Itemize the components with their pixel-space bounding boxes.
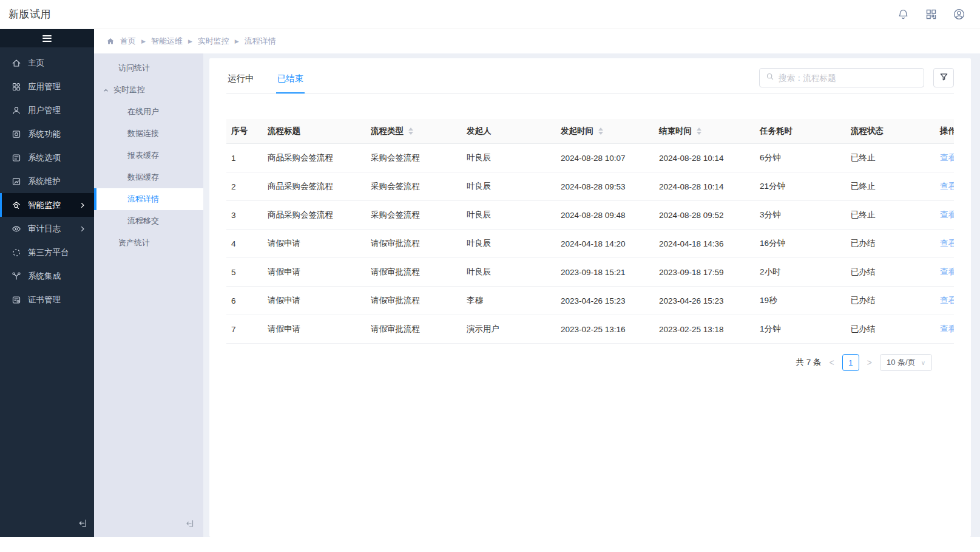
breadcrumb-item[interactable]: 实时监控 xyxy=(198,36,229,47)
top-header: 新版试用 xyxy=(0,0,980,29)
submenu-item-data-cache[interactable]: 数据缓存 xyxy=(94,166,203,188)
cell-initiator: 演示用户 xyxy=(462,315,556,344)
cell-action: 查看 xyxy=(935,258,954,287)
toolbar-right xyxy=(759,68,954,93)
submenu-item-asset-stats[interactable]: 资产统计 xyxy=(94,232,203,254)
breadcrumb-home-icon[interactable] xyxy=(106,37,115,46)
monitor-icon xyxy=(12,200,21,210)
column-header-action: 操作 xyxy=(935,119,954,144)
sidebar-item-system-function[interactable]: 系统功能 xyxy=(0,122,94,146)
sidebar-item-user-manage[interactable]: 用户管理 xyxy=(0,98,94,122)
submenu-item-report-cache[interactable]: 报表缓存 xyxy=(94,145,203,166)
chevron-down-icon: ∨ xyxy=(921,359,925,366)
chevron-right-icon xyxy=(79,225,86,233)
sidebar-item-third-party[interactable]: 第三方平台 xyxy=(0,240,94,264)
hamburger-menu-icon[interactable] xyxy=(42,33,52,43)
submenu-item-label: 数据连接 xyxy=(127,128,159,139)
pagination-prev-button[interactable]: < xyxy=(830,358,834,367)
home-icon xyxy=(12,58,21,68)
cell-start_time: 2024-08-28 10:07 xyxy=(556,144,654,172)
sort-icon[interactable] xyxy=(697,128,701,135)
apps-icon xyxy=(12,82,21,92)
sidebar-item-app-manage[interactable]: 应用管理 xyxy=(0,75,94,98)
sidebar-collapse-icon[interactable] xyxy=(0,512,94,537)
view-link[interactable]: 查看 xyxy=(940,324,954,333)
sort-icon[interactable] xyxy=(408,128,413,135)
pagination: 共 7 条 < 1 > 10 条/页 ∨ xyxy=(226,354,932,371)
cell-type: 采购会签流程 xyxy=(366,144,462,172)
cell-initiator: 叶良辰 xyxy=(462,172,556,201)
pagination-next-button[interactable]: > xyxy=(867,358,872,367)
submenu-item-process-handover[interactable]: 流程移交 xyxy=(94,210,203,232)
column-header-seq: 序号 xyxy=(226,119,263,144)
search-input[interactable] xyxy=(779,73,917,83)
cell-action: 查看 xyxy=(935,172,954,201)
tab-bar: 运行中已结束 xyxy=(226,62,325,93)
pagination-page-1[interactable]: 1 xyxy=(842,354,859,371)
view-link[interactable]: 查看 xyxy=(940,210,954,219)
sort-icon[interactable] xyxy=(598,128,603,135)
view-link[interactable]: 查看 xyxy=(940,296,954,305)
cell-status: 已终止 xyxy=(846,201,935,230)
submenu-item-online-users[interactable]: 在线用户 xyxy=(94,101,203,123)
qrcode-icon[interactable] xyxy=(925,8,938,21)
sidebar-item-smart-monitor[interactable]: 智能监控 xyxy=(0,193,94,217)
breadcrumb-item[interactable]: 流程详情 xyxy=(245,36,276,47)
sidebar-item-cert-manage[interactable]: 证书管理 xyxy=(0,288,94,312)
view-link[interactable]: 查看 xyxy=(940,182,954,191)
breadcrumb-item[interactable]: 首页 xyxy=(120,36,136,47)
sidebar-item-label: 智能监控 xyxy=(28,200,61,211)
submenu-item-data-connect[interactable]: 数据连接 xyxy=(94,123,203,145)
search-box xyxy=(759,68,924,87)
toolbar: 运行中已结束 xyxy=(226,62,954,94)
page-size-value: 10 条/页 xyxy=(887,357,916,368)
cell-end_time: 2023-09-18 17:59 xyxy=(654,258,755,287)
view-link[interactable]: 查看 xyxy=(940,239,954,248)
breadcrumb-item[interactable]: 智能运维 xyxy=(151,36,183,47)
sidebar-item-audit-log[interactable]: 审计日志 xyxy=(0,217,94,240)
sidebar-item-home[interactable]: 主页 xyxy=(0,51,94,75)
chevron-right-icon xyxy=(79,202,86,209)
notification-bell-icon[interactable] xyxy=(897,8,910,21)
sidebar-item-system-maintain[interactable]: 系统维护 xyxy=(0,169,94,193)
cell-status: 已终止 xyxy=(846,144,935,172)
submenu-item-realtime-watch[interactable]: 实时监控 xyxy=(94,79,203,101)
filter-button[interactable] xyxy=(933,68,954,87)
table-row: 5请假申请请假审批流程叶良辰2023-09-18 15:212023-09-18… xyxy=(226,258,954,287)
page-size-select[interactable]: 10 条/页 ∨ xyxy=(880,354,932,371)
header-actions xyxy=(897,8,965,21)
table-horizontal-scrollbar[interactable]: 序号流程标题流程类型发起人发起时间结束时间任务耗时流程状态操作 1商品采购会签流… xyxy=(226,119,954,344)
cell-title: 商品采购会签流程 xyxy=(263,201,366,230)
column-header-type[interactable]: 流程类型 xyxy=(366,119,462,144)
submenu-item-process-detail[interactable]: 流程详情 xyxy=(94,188,203,210)
sidebar-item-label: 系统功能 xyxy=(28,129,61,140)
tab-running[interactable]: 运行中 xyxy=(226,62,255,93)
view-link[interactable]: 查看 xyxy=(940,267,954,276)
column-header-duration: 任务耗时 xyxy=(755,119,846,144)
cell-end_time: 2024-08-28 10:14 xyxy=(654,172,755,201)
sidebar-item-label: 系统选项 xyxy=(28,152,61,163)
sidebar-item-system-options[interactable]: 系统选项 xyxy=(0,146,94,169)
cell-seq: 4 xyxy=(226,230,263,258)
table-row: 6请假申请请假审批流程李穆2023-04-26 15:232023-04-26 … xyxy=(226,287,954,315)
submenu-collapse-icon[interactable] xyxy=(94,513,203,537)
cell-end_time: 2023-02-25 13:18 xyxy=(654,315,755,344)
view-link[interactable]: 查看 xyxy=(940,153,954,162)
breadcrumb-separator: ▶ xyxy=(141,38,146,44)
column-header-start_time[interactable]: 发起时间 xyxy=(556,119,654,144)
integration-icon xyxy=(12,271,21,281)
cell-status: 已办结 xyxy=(846,315,935,344)
sidebar-item-system-integrate[interactable]: 系统集成 xyxy=(0,264,94,288)
cell-initiator: 李穆 xyxy=(462,287,556,315)
tab-finished[interactable]: 已结束 xyxy=(276,62,305,93)
main-content: 运行中已结束 xyxy=(203,53,980,537)
user-icon xyxy=(12,106,21,115)
column-header-end_time[interactable]: 结束时间 xyxy=(654,119,755,144)
table-row: 4请假申请请假审批流程叶良辰2024-04-18 14:202024-04-18… xyxy=(226,230,954,258)
cell-title: 请假申请 xyxy=(263,315,366,344)
user-avatar-icon[interactable] xyxy=(953,8,965,21)
submenu-item-visit-stats[interactable]: 访问统计 xyxy=(94,57,203,79)
cell-type: 请假审批流程 xyxy=(366,258,462,287)
cell-action: 查看 xyxy=(935,230,954,258)
cell-seq: 7 xyxy=(226,315,263,344)
